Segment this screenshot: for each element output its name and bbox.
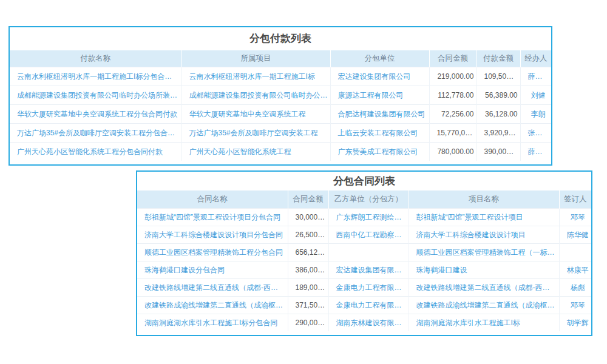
- contract-name-link[interactable]: 顺德工业园区档案管理精装饰工程分包合同: [137, 244, 288, 261]
- payment-row[interactable]: 万达广场35#会所及咖啡厅空调安装工程分包合同付款 万达广场35#会所及咖啡厅空…: [10, 124, 551, 143]
- contract-row[interactable]: 济南大学工科综合楼建设设计项目分包合同 26,500.00 西南中亿工程勘察公司…: [137, 226, 591, 244]
- project-name-link[interactable]: 成都能源建设集团投资有限公司临时办公场所...: [181, 86, 330, 105]
- project-name-link[interactable]: 珠海鹤港口建设: [409, 261, 559, 279]
- payment-table: 付款名称 所属项目 分包单位 合同金额 付款金额 经办人 云南水利枢纽潜明水库一…: [10, 50, 551, 161]
- payment-name-link[interactable]: 华软大厦研究基地中央空调系统工程分包合同付款: [10, 105, 181, 124]
- payment-header-row: 付款名称 所属项目 分包单位 合同金额 付款金额 经办人: [10, 50, 551, 67]
- project-name-link[interactable]: 改建铁路线增建第二线直通线（成都-西安）电力线...: [409, 279, 559, 297]
- payment-amount-cell: 56,389.00: [476, 86, 520, 105]
- handler-link[interactable]: 张小东: [520, 124, 551, 143]
- project-name-link[interactable]: 云南水利枢纽潜明水库一期工程施工I标: [181, 67, 330, 86]
- contract-name-link[interactable]: 改建铁路线增建第二线直通线（成都-西安）电力线...: [137, 279, 288, 297]
- subcontract-contract-panel: 分包合同列表 合同名称 合同金额 乙方单位（分包方） 项目名称 签订人 彭祖新城…: [136, 170, 592, 336]
- contract-name-link[interactable]: 湖南洞庭湖水库引水工程施工I标分包合同: [137, 314, 288, 332]
- payment-name-link[interactable]: 成都能源建设集团投资有限公司临时办公场所装修改造...: [10, 86, 181, 105]
- contract-amount-cell: 219,000.00: [429, 67, 476, 86]
- contract-amount-cell: 112,778.00: [429, 86, 476, 105]
- payment-col-subcontractor: 分包单位: [330, 50, 429, 67]
- project-name-link[interactable]: 广州天心苑小区智能化系统工程: [181, 143, 330, 161]
- project-name-link[interactable]: 万达广场35#会所及咖啡厅空调安装工程: [181, 124, 330, 143]
- contract-name-link[interactable]: 改建铁路成渝线增建第二直通线（成渝枢纽）电力...: [137, 297, 288, 314]
- project-name-link[interactable]: 顺德工业园区档案管理精装饰工程（一标段）: [409, 244, 559, 261]
- payment-name-link[interactable]: 万达广场35#会所及咖啡厅空调安装工程分包合同付款: [10, 124, 181, 143]
- contract-amount-cell: 15,770,00...: [429, 124, 476, 143]
- contract-amount-cell: 386,000.00: [288, 261, 328, 279]
- subcontractor-link[interactable]: 上临云安装工程有限公司: [330, 124, 429, 143]
- contract-header-row: 合同名称 合同金额 乙方单位（分包方） 项目名称 签订人: [137, 190, 591, 209]
- payment-col-payment-amount: 付款金额: [476, 50, 520, 67]
- signer-link[interactable]: 邓琴: [559, 209, 591, 226]
- payment-amount-cell: 3,920,96...: [476, 124, 520, 143]
- payment-name-link[interactable]: 广州天心苑小区智能化系统工程分包合同付款: [10, 143, 181, 161]
- party-b-link[interactable]: [328, 244, 409, 261]
- contract-name-link[interactable]: 彭祖新城“四馆”景观工程设计项目分包合同: [137, 209, 288, 226]
- party-b-link[interactable]: 湖南东林建设有限公司: [328, 314, 409, 332]
- payment-amount-cell: 36,128.00: [476, 105, 520, 124]
- payment-row[interactable]: 云南水利枢纽潜明水库一期工程施工I标分包合同付款 云南水利枢纽潜明水库一期工程施…: [10, 67, 551, 86]
- contract-col-signer: 签订人: [559, 190, 591, 209]
- contract-amount-cell: 72,256.00: [429, 105, 476, 124]
- contract-amount-cell: 30,000.00: [288, 209, 328, 226]
- subcontractor-link[interactable]: 宏达建设集团有限公司: [330, 67, 429, 86]
- contract-amount-cell: 290,000.00: [288, 314, 328, 332]
- signer-link[interactable]: 杨彪: [559, 279, 591, 297]
- contract-row[interactable]: 顺德工业园区档案管理精装饰工程分包合同 656,123.00 顺德工业园区档案管…: [137, 244, 591, 261]
- contract-col-project: 项目名称: [409, 190, 559, 209]
- payment-row[interactable]: 广州天心苑小区智能化系统工程分包合同付款 广州天心苑小区智能化系统工程 广东赞美…: [10, 143, 551, 161]
- signer-link[interactable]: 胡学辉: [559, 314, 591, 332]
- payment-name-link[interactable]: 云南水利枢纽潜明水库一期工程施工I标分包合同付款: [10, 67, 181, 86]
- payment-col-project: 所属项目: [181, 50, 330, 67]
- contract-name-link[interactable]: 济南大学工科综合楼建设设计项目分包合同: [137, 226, 288, 244]
- payment-row[interactable]: 成都能源建设集团投资有限公司临时办公场所装修改造... 成都能源建设集团投资有限…: [10, 86, 551, 105]
- party-b-link[interactable]: 金康电力工程有限公司: [328, 279, 409, 297]
- handler-link[interactable]: 李朗: [520, 105, 551, 124]
- project-name-link[interactable]: 济南大学工科综合楼建设设计项目: [409, 226, 559, 244]
- contract-amount-cell: 780,000.00: [429, 143, 476, 161]
- contract-row[interactable]: 湖南洞庭湖水库引水工程施工I标分包合同 290,000.00 湖南东林建设有限公…: [137, 314, 591, 332]
- project-name-link[interactable]: 彭祖新城“四馆”景观工程设计项目: [409, 209, 559, 226]
- contract-amount-cell: 26,500.00: [288, 226, 328, 244]
- contract-name-link[interactable]: 珠海鹤港口建设分包合同: [137, 261, 288, 279]
- contract-table-title: 分包合同列表: [137, 172, 591, 190]
- project-name-link[interactable]: 湖南洞庭湖水库引水工程施工I标: [409, 314, 559, 332]
- project-name-link[interactable]: 改建铁路成渝线增建第二直通线（成渝枢纽）电力...: [409, 297, 559, 314]
- payment-amount-cell: 390,000.00: [476, 143, 520, 161]
- contract-row[interactable]: 珠海鹤港口建设分包合同 386,000.00 宏达建设集团有限公司 珠海鹤港口建…: [137, 261, 591, 279]
- subcontractor-link[interactable]: 合肥达柯建设集团有限公司: [330, 105, 429, 124]
- contract-amount-cell: 656,123.00: [288, 244, 328, 261]
- signer-link[interactable]: [559, 244, 591, 261]
- payment-col-handler: 经办人: [520, 50, 551, 67]
- subcontractor-link[interactable]: 康源达工程有限公司: [330, 86, 429, 105]
- contract-row[interactable]: 彭祖新城“四馆”景观工程设计项目分包合同 30,000.00 广东辉朗工程测绘公…: [137, 209, 591, 226]
- contract-row[interactable]: 改建铁路成渝线增建第二直通线（成渝枢纽）电力... 371,500.00 金康电…: [137, 297, 591, 314]
- handler-link[interactable]: 薛保丰: [520, 143, 551, 161]
- subcontractor-link[interactable]: 广东赞美成工程有限公司: [330, 143, 429, 161]
- signer-link[interactable]: 林康平: [559, 261, 591, 279]
- contract-amount-cell: 371,500.00: [288, 297, 328, 314]
- signer-link[interactable]: 邓琴: [559, 297, 591, 314]
- party-b-link[interactable]: 宏达建设集团有限公司: [328, 261, 409, 279]
- payment-col-payment-name: 付款名称: [10, 50, 181, 67]
- subcontract-payment-panel: 分包付款列表 付款名称 所属项目 分包单位 合同金额 付款金额 经办人 云南水利…: [8, 26, 552, 166]
- payment-table-title: 分包付款列表: [10, 27, 551, 50]
- handler-link[interactable]: 薛保丰: [520, 67, 551, 86]
- contract-table: 合同名称 合同金额 乙方单位（分包方） 项目名称 签订人 彭祖新城“四馆”景观工…: [137, 190, 591, 331]
- handler-link[interactable]: 刘健: [520, 86, 551, 105]
- project-name-link[interactable]: 华软大厦研究基地中央空调系统工程: [181, 105, 330, 124]
- contract-col-party-b: 乙方单位（分包方）: [328, 190, 409, 209]
- payment-col-contract-amount: 合同金额: [429, 50, 476, 67]
- party-b-link[interactable]: 金康电力工程有限公司: [328, 297, 409, 314]
- contract-row[interactable]: 改建铁路线增建第二线直通线（成都-西安）电力线... 189,000.00 金康…: [137, 279, 591, 297]
- party-b-link[interactable]: 广东辉朗工程测绘公司: [328, 209, 409, 226]
- contract-col-amount: 合同金额: [288, 190, 328, 209]
- contract-amount-cell: 189,000.00: [288, 279, 328, 297]
- payment-row[interactable]: 华软大厦研究基地中央空调系统工程分包合同付款 华软大厦研究基地中央空调系统工程 …: [10, 105, 551, 124]
- party-b-link[interactable]: 西南中亿工程勘察公司: [328, 226, 409, 244]
- signer-link[interactable]: 陈华健: [559, 226, 591, 244]
- contract-col-contract-name: 合同名称: [137, 190, 288, 209]
- payment-amount-cell: 109,500.00: [476, 67, 520, 86]
